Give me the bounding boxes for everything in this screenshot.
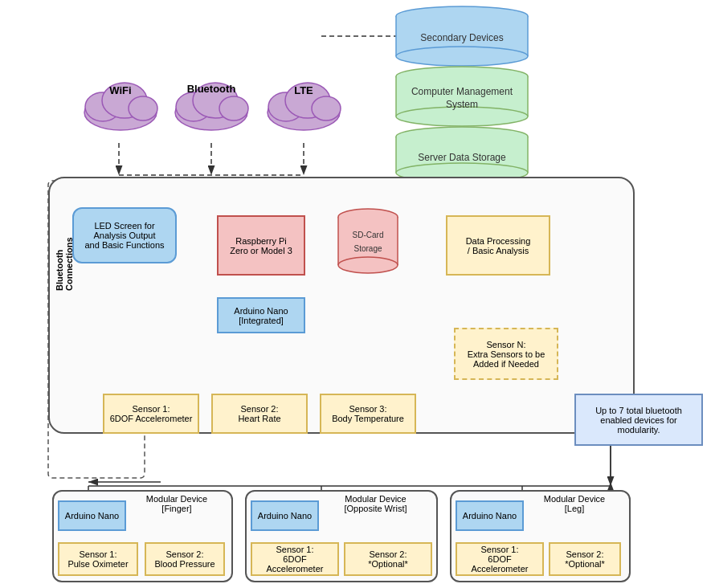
svg-text:Server Data Storage: Server Data Storage (418, 152, 506, 163)
modular-leg-label: Modular Device [Leg] (526, 494, 623, 513)
svg-text:Secondary Devices: Secondary Devices (420, 32, 503, 43)
arduino-wrist-box: Arduino Nano (251, 500, 319, 531)
sensor1-leg-label: Sensor 1: 6DOF Accelerometer (460, 545, 539, 574)
arduino-leg-box: Arduino Nano (456, 500, 524, 531)
modular-wrist-label: Modular Device [Opposite Wrist] (321, 494, 430, 513)
svg-text:System: System (446, 99, 478, 110)
arduino-leg-label: Arduino Nano (463, 511, 517, 521)
svg-point-71 (338, 257, 398, 273)
svg-text:SD-Card: SD-Card (353, 231, 384, 239)
svg-text:Storage: Storage (353, 244, 382, 253)
modularity-note-label: Up to 7 total bluetooth enabled devices … (595, 406, 682, 435)
sensor2-wrist-box: Sensor 2: *Optional* (344, 542, 432, 576)
led-screen-box: LED Screen for Analysis Output and Basic… (72, 207, 177, 263)
secondary-devices-db: Secondary Devices (394, 4, 530, 70)
sensor-n-label: Sensor N: Extra Sensors to be Added if N… (468, 340, 545, 369)
sensor2-main-box: Sensor 2: Heart Rate (211, 394, 308, 434)
svg-point-47 (312, 96, 341, 120)
sensor2-leg-label: Sensor 2: *Optional* (565, 549, 605, 569)
sensor2-leg-box: Sensor 2: *Optional* (549, 542, 621, 576)
sensor2-main-label: Sensor 2: Heart Rate (238, 404, 280, 423)
sensor2-wrist-label: Sensor 2: *Optional* (368, 549, 408, 569)
sensor2-finger-box: Sensor 2: Blood Pressure (145, 542, 225, 576)
sensor1-finger-label: Sensor 1: Pulse Oximeter (67, 549, 128, 569)
led-screen-label: LED Screen for Analysis Output and Basic… (77, 221, 172, 250)
sensor3-main-box: Sensor 3: Body Temperature (320, 394, 416, 434)
sensor-n-box: Sensor N: Extra Sensors to be Added if N… (454, 328, 558, 380)
sensor1-finger-box: Sensor 1: Pulse Oximeter (58, 542, 138, 576)
wifi-cloud: WiFi (80, 68, 161, 141)
lte-label: LTE (264, 84, 344, 96)
modular-finger-label: Modular Device [Finger] (129, 494, 225, 513)
lte-cloud: LTE (264, 68, 344, 141)
bluetooth-cloud: Bluetooth (171, 68, 251, 141)
data-processing-label: Data Processing / Basic Analysis (466, 236, 531, 255)
arduino-finger-label: Arduino Nano (65, 511, 119, 521)
sd-card-db: SD-Card Storage (336, 207, 400, 281)
sensor1-leg-box: Sensor 1: 6DOF Accelerometer (456, 542, 544, 576)
computer-management-db: Computer Management System (394, 64, 530, 130)
sensor2-finger-label: Sensor 2: Blood Pressure (154, 549, 214, 569)
svg-point-52 (396, 47, 528, 66)
sensor1-wrist-box: Sensor 1: 6DOF Accelerometer (251, 542, 339, 576)
sensor1-main-label: Sensor 1: 6DOF Accelerometer (110, 404, 193, 423)
bluetooth-cloud-label: Bluetooth (171, 83, 251, 95)
sensor1-main-box: Sensor 1: 6DOF Accelerometer (103, 394, 199, 434)
svg-point-39 (129, 96, 157, 120)
raspberry-pi-label: Raspberry Pi Zero or Model 3 (230, 236, 292, 255)
data-processing-box: Data Processing / Basic Analysis (446, 215, 550, 276)
diagram: WiFi Bluetooth LTE Secondary Devices (0, 0, 715, 588)
sensor3-main-label: Sensor 3: Body Temperature (332, 404, 404, 423)
svg-text:Computer Management: Computer Management (411, 86, 513, 97)
arduino-nano-integrated-label: Arduino Nano [Integrated] (234, 306, 288, 325)
svg-point-43 (219, 96, 248, 120)
bluetooth-connections-label: Bluetooth Connections (55, 243, 74, 291)
wifi-label: WiFi (80, 84, 161, 96)
arduino-nano-integrated-box: Arduino Nano [Integrated] (217, 297, 305, 333)
arduino-finger-box: Arduino Nano (58, 500, 126, 531)
sensor1-wrist-label: Sensor 1: 6DOF Accelerometer (255, 545, 334, 574)
modularity-note-box: Up to 7 total bluetooth enabled devices … (574, 394, 703, 446)
raspberry-pi-box: Raspberry Pi Zero or Model 3 (217, 215, 305, 276)
arduino-wrist-label: Arduino Nano (258, 511, 312, 521)
